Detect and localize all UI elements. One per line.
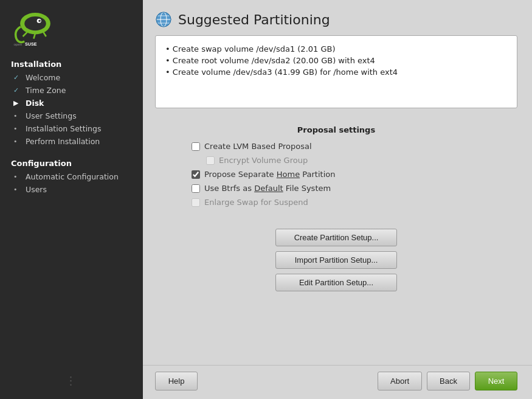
installation-section-title: Installation xyxy=(0,55,143,71)
dot-icon-user-settings: • xyxy=(13,112,22,120)
globe-icon xyxy=(155,11,172,28)
sidebar-item-welcome[interactable]: ✓ Welcome xyxy=(0,71,143,84)
sidebar-item-timezone[interactable]: ✓ Time Zone xyxy=(0,84,143,97)
sidebar-item-perform-install-label: Perform Installation xyxy=(26,137,100,146)
dot-icon-auto-config: • xyxy=(13,173,22,181)
help-button[interactable]: Help xyxy=(155,372,198,390)
sidebar-item-install-settings[interactable]: • Installation Settings xyxy=(0,122,143,135)
checkbox-row-home: Propose Separate Home Partition xyxy=(192,170,517,179)
partition-info-item-1: Create root volume /dev/sda2 (20.00 GB) … xyxy=(165,55,507,66)
checkbox-encrypt[interactable] xyxy=(206,156,215,165)
sidebar-item-timezone-label: Time Zone xyxy=(26,86,66,95)
sidebar-item-users[interactable]: • Users xyxy=(0,183,143,196)
checkbox-btrfs-label: Use Btrfs as Default File System xyxy=(204,184,331,193)
sidebar-item-disk[interactable]: ▶ Disk xyxy=(0,97,143,109)
setup-buttons: Create Partition Setup... Import Partiti… xyxy=(155,229,517,291)
main-body: Create swap volume /dev/sda1 (2.01 GB) C… xyxy=(143,35,532,365)
sidebar: open SUSE Installation ✓ Welcome ✓ Time … xyxy=(0,0,143,399)
next-button[interactable]: Next xyxy=(475,372,517,390)
back-button[interactable]: Back xyxy=(427,372,470,390)
check-icon-welcome: ✓ xyxy=(13,74,22,82)
sidebar-item-auto-config[interactable]: • Automatic Configuration xyxy=(0,170,143,183)
checkbox-lvm[interactable] xyxy=(192,142,200,151)
sidebar-item-users-label: Users xyxy=(26,185,47,194)
edit-partition-button[interactable]: Edit Partition Setup... xyxy=(275,274,397,291)
main-footer: Help Abort Back Next xyxy=(143,365,532,399)
arrow-icon-disk: ▶ xyxy=(13,99,22,107)
checkbox-home[interactable] xyxy=(192,170,200,179)
sidebar-item-user-settings[interactable]: • User Settings xyxy=(0,109,143,122)
svg-point-1 xyxy=(24,16,46,30)
checkbox-btrfs[interactable] xyxy=(192,184,200,193)
logo-area: open SUSE xyxy=(0,0,143,55)
svg-line-6 xyxy=(43,32,46,36)
svg-line-4 xyxy=(23,32,27,36)
checkbox-swap-label: Enlarge Swap for Suspend xyxy=(204,198,308,207)
settings-inner: Create LVM Based Proposal Encrypt Volume… xyxy=(155,142,517,207)
sidebar-item-auto-config-label: Automatic Configuration xyxy=(26,172,119,181)
sidebar-item-perform-install[interactable]: • Perform Installation xyxy=(0,135,143,148)
checkbox-row-swap: Enlarge Swap for Suspend xyxy=(192,198,517,207)
page-title: Suggested Partitioning xyxy=(178,12,330,27)
svg-text:open: open xyxy=(13,42,22,46)
sidebar-divider xyxy=(0,148,143,154)
dot-icon-users: • xyxy=(13,186,22,193)
checkbox-swap[interactable] xyxy=(192,198,200,207)
footer-right: Abort Back Next xyxy=(378,372,517,390)
opensuse-logo-icon: open SUSE xyxy=(11,11,60,47)
import-partition-button[interactable]: Import Partition Setup... xyxy=(275,251,397,269)
sidebar-item-user-settings-label: User Settings xyxy=(26,111,77,120)
checkbox-row-btrfs: Use Btrfs as Default File System xyxy=(192,184,517,193)
checkbox-encrypt-label: Encrypt Volume Group xyxy=(219,156,308,165)
partition-info-item-0: Create swap volume /dev/sda1 (2.01 GB) xyxy=(165,43,507,55)
proposal-settings: Proposal settings Create LVM Based Propo… xyxy=(155,119,517,218)
checkbox-home-label: Propose Separate Home Partition xyxy=(204,170,335,179)
sidebar-dots-decoration: ⋮ xyxy=(0,196,143,399)
sidebar-item-install-settings-label: Installation Settings xyxy=(26,124,101,133)
partition-info-list: Create swap volume /dev/sda1 (2.01 GB) C… xyxy=(165,43,507,78)
svg-text:SUSE: SUSE xyxy=(25,42,37,47)
checkbox-row-encrypt: Encrypt Volume Group xyxy=(192,156,517,165)
svg-point-3 xyxy=(38,19,41,22)
footer-left: Help xyxy=(155,372,198,390)
configuration-section-title: Configuration xyxy=(0,154,143,170)
create-partition-button[interactable]: Create Partition Setup... xyxy=(275,229,397,246)
proposal-settings-title: Proposal settings xyxy=(155,125,517,134)
main-header: Suggested Partitioning xyxy=(143,0,532,35)
abort-button[interactable]: Abort xyxy=(378,372,422,390)
sidebar-item-welcome-label: Welcome xyxy=(26,73,60,82)
partition-info-item-2: Create volume /dev/sda3 (41.99 GB) for /… xyxy=(165,66,507,78)
check-icon-timezone: ✓ xyxy=(13,86,22,94)
checkbox-row-lvm: Create LVM Based Proposal xyxy=(192,142,517,151)
dot-icon-perform-install: • xyxy=(13,137,22,145)
sidebar-item-disk-label: Disk xyxy=(26,99,44,108)
partition-info-box: Create swap volume /dev/sda1 (2.01 GB) C… xyxy=(155,35,517,108)
main-content: Suggested Partitioning Create swap volum… xyxy=(143,0,532,399)
checkbox-lvm-label: Create LVM Based Proposal xyxy=(204,142,312,151)
dot-icon-install-settings: • xyxy=(13,125,22,133)
